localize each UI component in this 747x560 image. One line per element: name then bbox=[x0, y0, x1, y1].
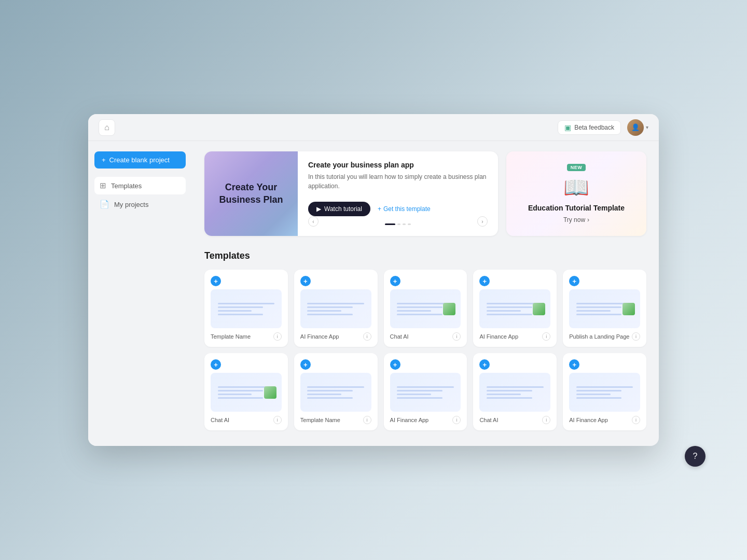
get-template-label: Get this template bbox=[383, 205, 431, 213]
sidebar-item-label: Templates bbox=[111, 182, 142, 190]
template-preview bbox=[211, 289, 282, 328]
prev-arrow[interactable]: ‹ bbox=[308, 216, 319, 227]
sidebar-item-templates[interactable]: ⊞ Templates bbox=[94, 177, 186, 194]
dot-1 bbox=[397, 223, 400, 225]
template-card-footer: Publish a Landing Pagei bbox=[569, 332, 640, 341]
education-title: Education Tutorial Template bbox=[528, 204, 625, 212]
education-card-inner: NEW 📖 Education Tutorial Template Try no… bbox=[528, 164, 625, 223]
preview-line bbox=[487, 394, 521, 395]
preview-line bbox=[397, 390, 442, 391]
tutorial-actions: ▶ Watch tutorial + Get this template bbox=[308, 202, 488, 216]
preview-line bbox=[307, 314, 353, 315]
template-card[interactable]: +Publish a Landing Pagei bbox=[563, 270, 646, 347]
template-info-icon[interactable]: i bbox=[542, 332, 550, 341]
main-layout: + Create blank project ⊞ Templates 📄 My … bbox=[88, 141, 659, 446]
create-blank-project-button[interactable]: + Create blank project bbox=[94, 151, 186, 169]
template-card-footer: Template Namei bbox=[300, 416, 371, 424]
template-preview bbox=[569, 373, 640, 412]
home-button[interactable]: ⌂ bbox=[99, 119, 115, 136]
avatar[interactable]: 👤 bbox=[627, 119, 644, 136]
add-template-icon[interactable]: + bbox=[211, 359, 221, 370]
template-name: AI Finance App bbox=[390, 417, 429, 423]
preview-image bbox=[533, 303, 545, 315]
preview-line bbox=[576, 314, 622, 315]
add-template-icon[interactable]: + bbox=[569, 276, 579, 286]
template-name: Chat AI bbox=[479, 417, 498, 423]
get-template-button[interactable]: + Get this template bbox=[378, 205, 431, 213]
template-info-icon[interactable]: i bbox=[363, 332, 371, 341]
dot-2 bbox=[403, 223, 406, 225]
templates-icon: ⊞ bbox=[100, 181, 106, 190]
template-info-icon[interactable]: i bbox=[363, 416, 371, 424]
preview-line bbox=[218, 306, 264, 308]
sidebar-item-label: My projects bbox=[114, 201, 148, 208]
template-info-icon[interactable]: i bbox=[452, 416, 461, 424]
preview-line bbox=[397, 314, 442, 315]
template-card[interactable]: +AI Finance Appi bbox=[294, 270, 378, 347]
preview-image bbox=[443, 303, 455, 315]
template-card[interactable]: +AI Finance Appi bbox=[563, 353, 646, 430]
template-preview bbox=[390, 373, 461, 412]
preview-line bbox=[218, 310, 252, 312]
template-info-icon[interactable]: i bbox=[542, 416, 550, 424]
template-card[interactable]: +Template Namei bbox=[204, 270, 288, 347]
preview-line bbox=[576, 397, 622, 399]
feedback-button[interactable]: ▣ Beta feedback bbox=[558, 120, 621, 135]
add-template-icon[interactable]: + bbox=[569, 359, 579, 370]
add-template-icon[interactable]: + bbox=[390, 359, 400, 370]
sidebar-item-my-projects[interactable]: 📄 My projects bbox=[94, 195, 186, 213]
carousel-nav: ‹ › bbox=[308, 216, 488, 227]
add-template-icon[interactable]: + bbox=[479, 276, 490, 286]
new-badge: NEW bbox=[567, 164, 586, 171]
template-info-icon[interactable]: i bbox=[632, 416, 640, 424]
preview-line bbox=[576, 394, 611, 395]
preview-line bbox=[307, 306, 353, 308]
add-template-icon[interactable]: + bbox=[479, 359, 490, 370]
template-info-icon[interactable]: i bbox=[452, 332, 461, 341]
feedback-icon: ▣ bbox=[564, 123, 571, 132]
tutorial-card-content: Create your business plan app In this tu… bbox=[298, 151, 498, 236]
watch-label: Watch tutorial bbox=[324, 205, 362, 213]
template-name: AI Finance App bbox=[479, 333, 518, 340]
preview-line bbox=[487, 390, 532, 391]
templates-section-title: Templates bbox=[204, 250, 646, 261]
add-template-icon[interactable]: + bbox=[300, 276, 311, 286]
watch-tutorial-button[interactable]: ▶ Watch tutorial bbox=[308, 202, 370, 216]
template-card[interactable]: +Chat AIi bbox=[473, 353, 557, 430]
tutorial-card: Create Your Business Plan Create your bu… bbox=[204, 151, 498, 236]
preview-line bbox=[576, 390, 622, 391]
content-area: Create Your Business Plan Create your bu… bbox=[192, 141, 659, 446]
template-name: Template Name bbox=[211, 333, 251, 340]
preview-line bbox=[218, 314, 264, 315]
template-card[interactable]: +Template Namei bbox=[294, 353, 378, 430]
template-card[interactable]: +Chat AIi bbox=[384, 270, 467, 347]
preview-line bbox=[576, 386, 633, 388]
preview-line bbox=[218, 390, 264, 391]
topbar: ⌂ ▣ Beta feedback 👤 ▾ bbox=[88, 114, 659, 141]
preview-line bbox=[576, 310, 611, 312]
add-template-icon[interactable]: + bbox=[390, 276, 400, 286]
home-icon: ⌂ bbox=[104, 123, 109, 132]
try-now-button[interactable]: Try now › bbox=[563, 216, 589, 223]
templates-grid-row2: +Chat AIi+Template Namei+AI Finance Appi… bbox=[204, 353, 646, 430]
template-info-icon[interactable]: i bbox=[632, 332, 640, 341]
add-template-icon[interactable]: + bbox=[300, 359, 311, 370]
template-preview bbox=[390, 289, 461, 328]
template-card-footer: AI Finance Appi bbox=[479, 332, 550, 341]
help-button[interactable]: ? bbox=[685, 446, 706, 467]
template-info-icon[interactable]: i bbox=[273, 332, 282, 341]
template-card[interactable]: +Chat AIi bbox=[204, 353, 288, 430]
dot-active bbox=[385, 223, 395, 225]
next-arrow[interactable]: › bbox=[477, 216, 488, 227]
preview-line bbox=[576, 306, 622, 308]
template-info-icon[interactable]: i bbox=[273, 416, 282, 424]
preview-line bbox=[218, 303, 274, 304]
template-name: Chat AI bbox=[390, 333, 409, 340]
add-template-icon[interactable]: + bbox=[211, 276, 221, 286]
template-card[interactable]: +AI Finance Appi bbox=[384, 353, 467, 430]
chevron-down-icon[interactable]: ▾ bbox=[646, 124, 648, 130]
template-card-footer: AI Finance Appi bbox=[300, 332, 371, 341]
template-card-footer: Template Namei bbox=[211, 332, 282, 341]
template-card-footer: Chat AIi bbox=[211, 416, 282, 424]
template-card[interactable]: +AI Finance Appi bbox=[473, 270, 557, 347]
